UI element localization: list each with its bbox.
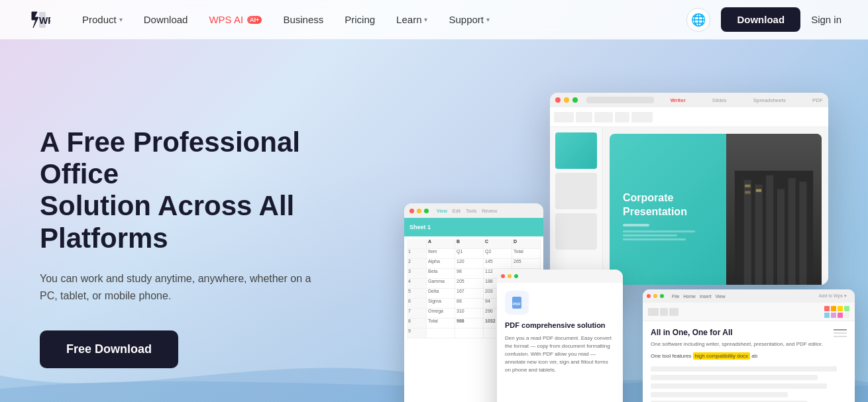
nav-item-business[interactable]: Business bbox=[274, 10, 333, 29]
menu-home: Home bbox=[683, 294, 696, 299]
toolbar-btn bbox=[615, 112, 629, 123]
cell-row-num: 6 bbox=[407, 299, 427, 308]
cell-b4: 205 bbox=[455, 279, 484, 288]
slide-main: CorporatePresentation bbox=[603, 127, 828, 285]
tab-pdf: PDF bbox=[812, 97, 823, 103]
color-swatch bbox=[831, 306, 836, 311]
nav-right: 🌐 Download Sign in bbox=[686, 7, 841, 32]
dot-yellow bbox=[564, 97, 569, 103]
cell-a8: Total bbox=[427, 319, 455, 328]
signin-button[interactable]: Sign in bbox=[811, 14, 841, 25]
svg-rect-7 bbox=[788, 178, 796, 285]
logo[interactable]: WPS bbox=[27, 8, 53, 32]
right-panel-icons bbox=[834, 329, 847, 337]
cell-c2: 145 bbox=[484, 259, 512, 268]
palette-row-1 bbox=[824, 306, 849, 311]
laptop-body: All in One, One for All One software inc… bbox=[643, 321, 855, 402]
color-swatch bbox=[824, 313, 830, 318]
svg-rect-3 bbox=[744, 180, 751, 285]
cell-b1: Q1 bbox=[455, 249, 484, 258]
text-line bbox=[651, 383, 827, 389]
language-button[interactable]: 🌐 bbox=[686, 8, 710, 32]
icon-line bbox=[834, 332, 847, 334]
nav-item-product[interactable]: Product ▾ bbox=[73, 10, 132, 29]
text-line bbox=[651, 366, 837, 372]
dot-yellow bbox=[653, 294, 657, 298]
svg-rect-10 bbox=[745, 191, 750, 193]
slide-text-lines bbox=[623, 230, 713, 240]
slide-content: CorporatePresentation bbox=[610, 134, 726, 285]
device-laptop: File Home Insert View Add to Wps ▾ bbox=[643, 289, 855, 402]
nav-item-pricing[interactable]: Pricing bbox=[335, 10, 384, 29]
cell-d1: Total bbox=[512, 249, 541, 258]
free-download-button[interactable]: Free Download bbox=[40, 330, 178, 368]
laptop-nav: File Home Insert View bbox=[667, 294, 816, 299]
cell-a1: Item bbox=[427, 249, 455, 258]
dot-green bbox=[660, 294, 664, 298]
text-line bbox=[623, 238, 686, 240]
nav-item-wps-ai[interactable]: WPS AI AI+ bbox=[199, 10, 271, 29]
spreadsheet-row-header: A B C D bbox=[407, 239, 541, 249]
tab-tools: Tools bbox=[466, 209, 476, 213]
nav-download-button[interactable]: Download bbox=[721, 7, 800, 32]
slide-thumb-2 bbox=[555, 173, 597, 209]
globe-icon: 🌐 bbox=[691, 13, 706, 27]
dot-green bbox=[572, 97, 578, 103]
hero-section: A Free Professional OfficeSolution Acros… bbox=[40, 113, 384, 368]
doc-body-text: One tool features high compatibility doc… bbox=[651, 352, 847, 361]
dot-yellow bbox=[417, 209, 421, 213]
cell-a5: Delta bbox=[427, 289, 455, 298]
menu-file: File bbox=[672, 294, 679, 299]
toolbar-btn bbox=[576, 112, 592, 123]
navbar: WPS Product ▾ Download WPS AI AI+ Busine… bbox=[0, 0, 868, 40]
ribbon-btn bbox=[660, 308, 668, 316]
hero-title: A Free Professional OfficeSolution Acros… bbox=[40, 126, 384, 254]
pdf-icon-container: PDF bbox=[505, 291, 529, 315]
ribbon-btn bbox=[648, 308, 659, 316]
cell-row-num: 2 bbox=[407, 259, 427, 268]
cell-row-num: 4 bbox=[407, 279, 427, 288]
doc-title: All in One, One for All bbox=[651, 328, 847, 337]
cell-b9 bbox=[455, 328, 484, 338]
spreadsheet-header: Sheet 1 bbox=[404, 218, 543, 236]
text-line bbox=[651, 375, 818, 380]
cell-a6: Sigma bbox=[427, 299, 455, 308]
laptop-toolbar: File Home Insert View Add to Wps ▾ bbox=[643, 289, 855, 303]
nav-item-support[interactable]: Support ▾ bbox=[439, 10, 499, 29]
ai-badge: AI+ bbox=[247, 16, 262, 24]
toolbar-btn bbox=[631, 112, 653, 123]
svg-rect-9 bbox=[745, 185, 750, 187]
device-pdf: PDF PDF comprehensive solution Den you a… bbox=[497, 270, 623, 402]
cell-row-num: 7 bbox=[407, 309, 427, 318]
dot-green bbox=[424, 209, 429, 213]
cell-a3: Beta bbox=[427, 269, 455, 278]
icon-line bbox=[834, 329, 847, 330]
cell-row-num: 3 bbox=[407, 269, 427, 278]
doc-subtitle: One software including writer, spreadshe… bbox=[651, 341, 847, 347]
slide-panel bbox=[550, 127, 603, 285]
nav-item-learn[interactable]: Learn ▾ bbox=[387, 10, 437, 29]
slide-thumb-3 bbox=[555, 213, 597, 250]
tab-view: View bbox=[437, 209, 447, 213]
cell-a4: Gamma bbox=[427, 279, 455, 288]
svg-text:PDF: PDF bbox=[513, 302, 521, 306]
tab-spreadsheet: Spreadsheets bbox=[753, 97, 786, 103]
slide-thumb-1 bbox=[555, 132, 597, 169]
nav-item-download[interactable]: Download bbox=[135, 10, 197, 29]
deco-line bbox=[623, 224, 649, 226]
text-line bbox=[623, 230, 695, 232]
toolbar-btn bbox=[594, 112, 613, 123]
toolbar-btn bbox=[554, 112, 574, 123]
toolbar-buttons bbox=[554, 112, 653, 123]
dot-red bbox=[647, 294, 651, 298]
color-swatch bbox=[844, 313, 849, 318]
main-content: A Free Professional OfficeSolution Acros… bbox=[0, 40, 868, 402]
address-bar bbox=[586, 97, 654, 103]
spreadsheet-row-1: 1 Item Q1 Q2 Total bbox=[407, 249, 541, 259]
device-showcase: Writer Slides Spreadsheets PDF bbox=[391, 79, 868, 402]
add-wps-label: Add to Wps ▾ bbox=[819, 293, 851, 299]
color-swatch bbox=[824, 306, 830, 311]
chevron-down-icon: ▾ bbox=[486, 16, 490, 23]
color-swatch bbox=[831, 313, 836, 318]
cell-b2: 120 bbox=[455, 259, 484, 268]
